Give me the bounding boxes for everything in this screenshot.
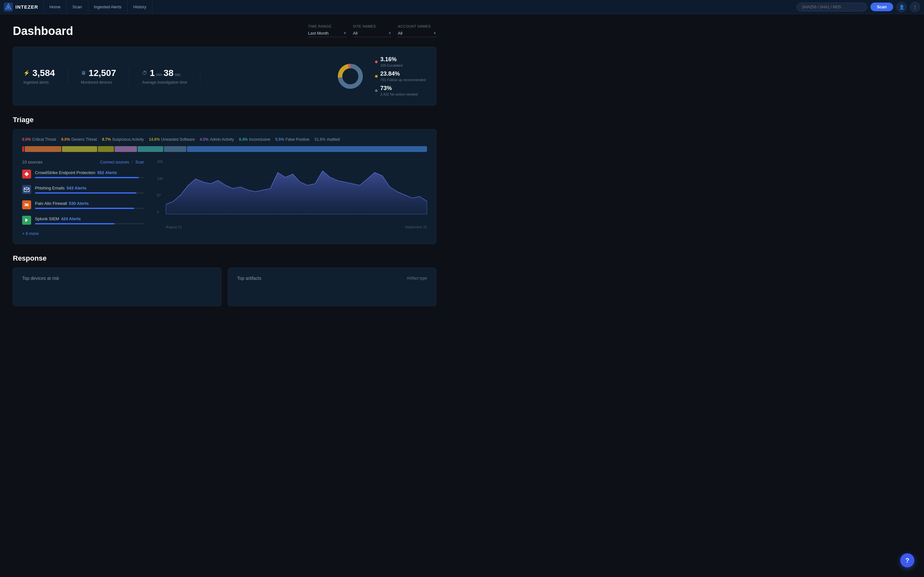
no-action-count: 2,422 No action needed <box>380 92 418 96</box>
legend-follow-up: 23.84% 791 Follow up recommended <box>375 71 426 82</box>
chevron-down-icon: ▼ <box>433 31 436 35</box>
nav-ingested-alerts[interactable]: Ingested Alerts <box>88 0 128 14</box>
phishing-logo <box>22 185 31 194</box>
top-artifacts-card: Top artifacts Artifact type <box>228 268 436 306</box>
splunk-name: Splunk SIEM <box>35 216 59 221</box>
splunk-alerts: 424 Alerts <box>61 216 81 221</box>
menu-icon[interactable]: ⋮ <box>910 2 920 12</box>
inconclusive-name: Inconclusive <box>249 137 270 142</box>
triage-body: 10 sources Connect sources / Scan <box>22 160 427 236</box>
nav-scan[interactable]: Scan <box>67 0 88 14</box>
navbar: INTEZER Home Scan Ingested Alerts Histor… <box>0 0 924 14</box>
bar-generic <box>25 146 61 152</box>
unwanted-pct: 14.6% <box>149 137 160 142</box>
action-divider: / <box>132 160 132 164</box>
bar-critical <box>22 146 24 152</box>
lightning-icon: ⚡ <box>23 70 30 76</box>
suspicious-pct: 8.7% <box>102 137 111 142</box>
splunk-logo <box>22 216 31 225</box>
phishing-alerts: 543 Alerts <box>67 185 87 190</box>
crowdstrike-alerts: 552 Alerts <box>97 170 117 175</box>
donut-section: 3.16% 105 Escalated 23.84% 791 Follow up… <box>336 56 426 96</box>
scan-button[interactable]: Scan <box>871 3 893 11</box>
threat-critical: 0.0% Critical Threat <box>22 137 56 142</box>
threat-labels: 0.0% Critical Threat 9.0% Generic Threat… <box>22 137 427 142</box>
admin-pct: 4.0% <box>200 137 208 142</box>
response-title: Response <box>13 254 436 263</box>
site-names-select[interactable]: All ▼ <box>353 29 391 37</box>
stacked-bar <box>22 146 427 152</box>
crowdstrike-logo <box>22 169 31 179</box>
paloalto-alerts: 530 Alerts <box>69 201 89 206</box>
escalated-pct: 3.16% <box>380 56 403 63</box>
threat-audited: 51.8% Audited <box>314 137 340 142</box>
top-artifacts-title: Top artifacts <box>237 276 261 281</box>
user-icon[interactable]: 👤 <box>897 2 907 12</box>
source-phishing: Phishing Emails 543 Alerts <box>22 185 144 194</box>
avg-min-unit: min <box>156 73 162 77</box>
help-button[interactable]: ? <box>900 553 914 567</box>
triage-title: Triage <box>13 116 436 124</box>
threat-admin: 4.0% Admin Activity <box>200 137 234 142</box>
escalated-count: 105 Escalated <box>380 63 403 67</box>
sources-header: 10 sources Connect sources / Scan <box>22 160 144 164</box>
bar-audited <box>187 146 427 152</box>
follow-up-dot <box>375 75 378 77</box>
generic-name: Generic Threat <box>71 137 97 142</box>
nav-history[interactable]: History <box>128 0 152 14</box>
false-positive-name: False Positive <box>286 137 310 142</box>
site-names-value: All <box>353 31 357 35</box>
critical-pct: 0.0% <box>22 137 31 142</box>
chart-container: 200 130 67 0 <box>157 160 427 224</box>
crowdstrike-info: CrowdStrike Endpoint Protection 552 Aler… <box>35 170 144 178</box>
svg-marker-11 <box>25 218 28 222</box>
splunk-info: Splunk SIEM 424 Alerts <box>35 216 144 224</box>
follow-up-pct: 23.84% <box>380 71 426 77</box>
y-label-200: 200 <box>157 160 163 163</box>
chart-area <box>166 160 427 214</box>
source-paloalto: Palo Alto Firewall 530 Alerts <box>22 200 144 210</box>
bar-false-positive <box>164 146 186 152</box>
bar-admin <box>115 146 137 152</box>
account-names-select[interactable]: All ▼ <box>398 29 436 37</box>
generic-pct: 9.0% <box>61 137 70 142</box>
monitored-devices-label: Monitored devices <box>81 80 116 85</box>
more-sources-link[interactable]: + 6 more <box>22 231 144 236</box>
donut-svg <box>336 62 365 91</box>
nav-home[interactable]: Home <box>43 0 67 14</box>
follow-up-count: 791 Follow up recommended <box>380 78 426 82</box>
top-devices-card: Top devices at risk <box>13 268 221 306</box>
time-range-select[interactable]: Last Month ▼ <box>308 29 347 37</box>
x-label-aug: August 11 <box>166 225 182 229</box>
threat-false-positive: 5.5% False Positive <box>275 137 309 142</box>
filters: Time Range Last Month ▼ Site Names All ▼… <box>308 24 436 37</box>
area-chart-svg <box>166 160 427 214</box>
paloalto-name: Palo Alto Firewall <box>35 201 67 206</box>
donut-legend: 3.16% 105 Escalated 23.84% 791 Follow up… <box>375 56 426 96</box>
sources-actions: Connect sources / Scan <box>100 160 144 164</box>
filter-account-names: Account Names All ▼ <box>398 24 436 37</box>
page-header: Dashboard Time Range Last Month ▼ Site N… <box>13 24 436 38</box>
top-artifacts-header: Top artifacts Artifact type <box>237 276 427 281</box>
time-range-label: Time Range <box>308 24 347 28</box>
scan-link[interactable]: Scan <box>136 160 144 164</box>
connect-sources-link[interactable]: Connect sources <box>100 160 129 164</box>
svg-point-6 <box>344 70 357 83</box>
bar-inconclusive <box>137 146 164 152</box>
monitored-devices-value: 12,507 <box>89 68 116 78</box>
y-label-0: 0 <box>157 210 163 214</box>
monitor-icon: 🖥 <box>81 70 86 76</box>
svg-point-2 <box>7 6 9 8</box>
paloalto-logo <box>22 200 31 210</box>
threat-generic: 9.0% Generic Threat <box>61 137 97 142</box>
audited-name: Audited <box>326 137 340 142</box>
clock-icon: ⏱ <box>142 70 147 76</box>
no-action-pct: 73% <box>380 85 418 92</box>
artifact-type-label: Artifact type <box>407 276 427 280</box>
escalated-dot <box>375 61 378 63</box>
paloalto-info: Palo Alto Firewall 530 Alerts <box>35 201 144 209</box>
search-input[interactable] <box>796 3 867 11</box>
threat-suspicious: 8.7% Suspicious Activity <box>102 137 144 142</box>
source-crowdstrike: CrowdStrike Endpoint Protection 552 Aler… <box>22 169 144 179</box>
source-splunk: Splunk SIEM 424 Alerts <box>22 216 144 225</box>
